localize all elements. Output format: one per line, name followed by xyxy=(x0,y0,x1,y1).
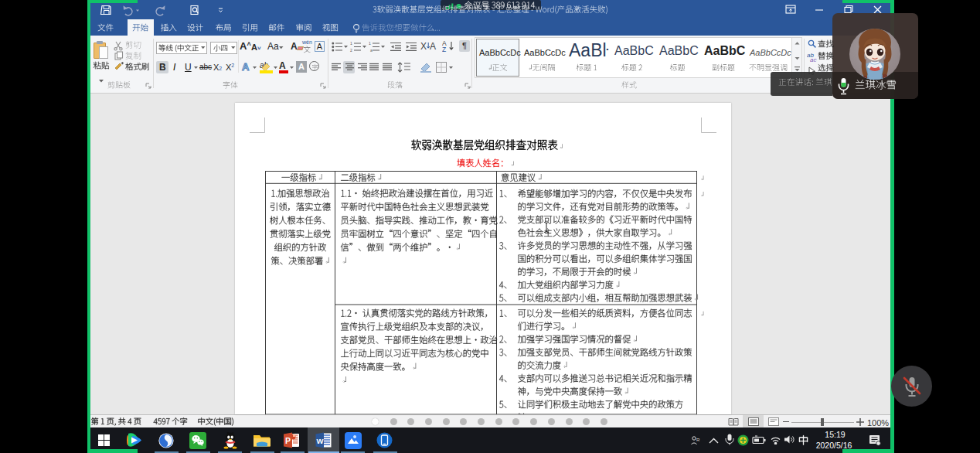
svg-text:a: a xyxy=(370,48,373,52)
svg-text:P: P xyxy=(285,436,291,445)
svg-text:A: A xyxy=(430,41,436,52)
svg-text:Z: Z xyxy=(442,46,446,53)
svg-text:2: 2 xyxy=(350,48,352,52)
svg-text:R: R xyxy=(696,438,700,442)
svg-text:1: 1 xyxy=(369,42,371,46)
svg-text:X: X xyxy=(420,41,427,52)
svg-text:W: W xyxy=(317,437,324,445)
svg-text:ac: ac xyxy=(810,56,816,63)
svg-text:1: 1 xyxy=(350,42,352,46)
